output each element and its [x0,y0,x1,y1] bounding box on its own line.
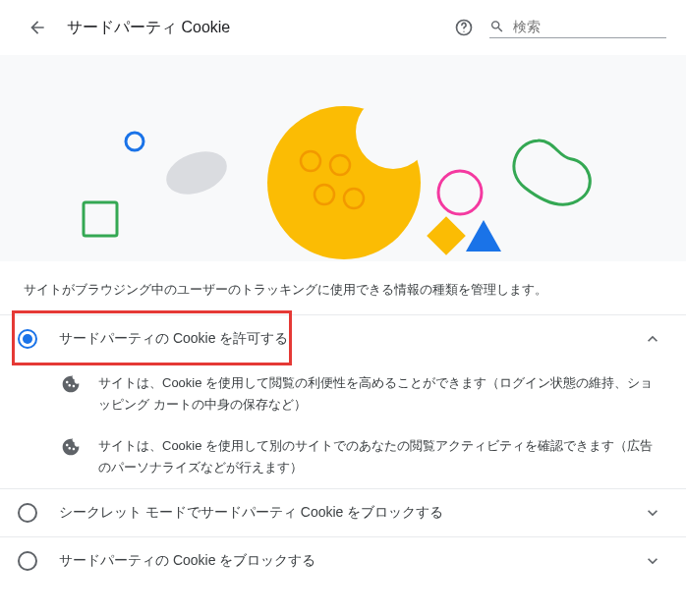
chevron-up-icon [643,329,662,349]
options-section: サードパーティの Cookie を許可する サイトは、Cookie を使用して閲… [0,314,686,585]
description: サイトがブラウジング中のユーザーのトラッキングに使用できる情報の種類を管理します… [0,261,686,314]
detail-text-1: サイトは、Cookie を使用して閲覧の利便性を高めることができます（ログイン状… [98,372,662,416]
arrow-left-icon [28,18,47,37]
option-allow[interactable]: サードパーティの Cookie を許可する [0,314,686,363]
search-icon [489,18,505,35]
svg-point-1 [463,31,464,32]
cookie-icon [61,374,81,394]
radio-block-all[interactable] [18,551,37,571]
svg-point-11 [438,171,482,214]
svg-point-4 [160,143,233,201]
detail-text-2: サイトは、Cookie を使用して別のサイトでのあなたの閲覧アクティビティを確認… [98,435,662,478]
option-block-incognito-label: シークレット モードでサードパーティ Cookie をブロックする [59,504,643,522]
option-block-incognito[interactable]: シークレット モードでサードパーティ Cookie をブロックする [0,488,686,536]
option-block-all-label: サードパーティの Cookie をブロックする [59,552,643,570]
option-block-all[interactable]: サードパーティの Cookie をブロックする [0,536,686,585]
svg-point-3 [126,133,143,150]
cookie-icon [61,437,81,457]
svg-point-6 [356,94,430,169]
header: サードパーティ Cookie [0,0,686,55]
svg-rect-2 [84,202,117,236]
svg-marker-14 [466,220,501,252]
search-input[interactable] [513,19,666,34]
illustration [0,55,686,261]
search-field[interactable] [489,18,666,38]
radio-block-incognito[interactable] [18,503,37,523]
back-button[interactable] [20,10,55,45]
detail-row-2: サイトは、Cookie を使用して別のサイトでのあなたの閲覧アクティビティを確認… [0,425,686,488]
radio-allow[interactable] [18,329,37,349]
help-icon [454,18,474,37]
help-button[interactable] [446,10,482,45]
svg-rect-12 [427,216,466,255]
page-title: サードパーティ Cookie [67,18,446,38]
chevron-down-icon [643,551,662,571]
option-allow-label: サードパーティの Cookie を許可する [59,330,643,348]
detail-row-1: サイトは、Cookie を使用して閲覧の利便性を高めることができます（ログイン状… [0,363,686,425]
chevron-down-icon [643,503,662,523]
